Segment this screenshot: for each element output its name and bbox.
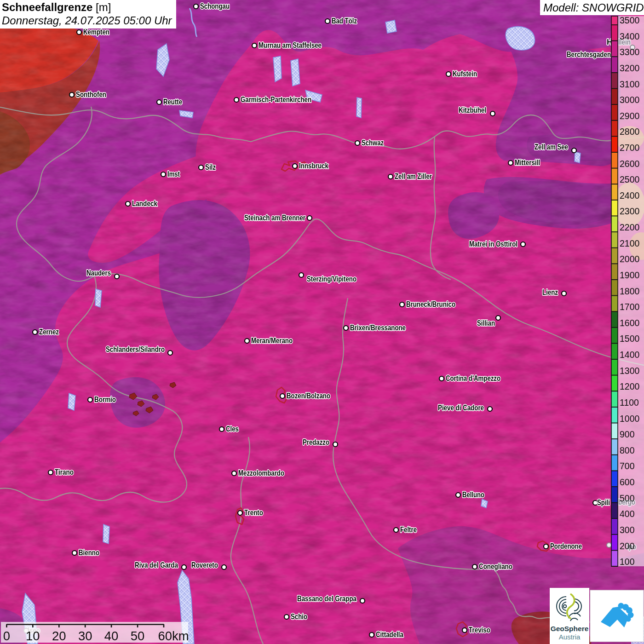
svg-text:1000: 1000 <box>620 414 640 424</box>
svg-text:Zell am See: Zell am See <box>535 143 568 151</box>
svg-text:Pordenone: Pordenone <box>550 542 582 551</box>
svg-text:Sillian: Sillian <box>477 319 495 328</box>
svg-text:Predazzo: Predazzo <box>303 438 329 447</box>
svg-text:800: 800 <box>620 445 635 455</box>
svg-text:Belluno: Belluno <box>462 490 484 499</box>
svg-text:1100: 1100 <box>620 397 639 408</box>
svg-text:Cortina d'Ampezzo: Cortina d'Ampezzo <box>446 374 500 383</box>
svg-text:Reutte: Reutte <box>163 98 182 106</box>
svg-text:Spili: Spili <box>597 498 610 507</box>
svg-text:Austria: Austria <box>559 633 581 641</box>
svg-text:1700: 1700 <box>620 302 640 312</box>
svg-text:Silz: Silz <box>205 163 216 172</box>
svg-text:Feltre: Feltre <box>400 525 417 534</box>
svg-text:Tirano: Tirano <box>55 468 74 477</box>
svg-text:2200: 2200 <box>620 222 640 232</box>
svg-text:Lienz: Lienz <box>542 288 558 297</box>
svg-text:2400: 2400 <box>620 190 640 201</box>
svg-text:Schwaz: Schwaz <box>362 138 384 147</box>
svg-text:900: 900 <box>620 429 635 439</box>
svg-text:Sonthofen: Sonthofen <box>76 90 106 99</box>
svg-text:3500: 3500 <box>620 15 640 25</box>
svg-text:Steinach am Brenner: Steinach am Brenner <box>244 213 305 222</box>
svg-text:3400: 3400 <box>620 31 640 41</box>
svg-text:200: 200 <box>620 541 635 551</box>
svg-text:400: 400 <box>620 509 635 519</box>
svg-text:Bruneck/Brunico: Bruneck/Brunico <box>406 300 455 309</box>
svg-text:Sterzing/Vipiteno: Sterzing/Vipiteno <box>307 275 356 283</box>
svg-text:1600: 1600 <box>620 318 640 328</box>
svg-text:Kufstein: Kufstein <box>453 69 477 78</box>
svg-text:Landeck: Landeck <box>132 199 157 208</box>
svg-text:2700: 2700 <box>620 143 640 153</box>
svg-text:3000: 3000 <box>620 95 640 105</box>
svg-text:3100: 3100 <box>620 79 640 89</box>
svg-text:2900: 2900 <box>620 111 640 121</box>
svg-text:Bienno: Bienno <box>79 548 99 557</box>
svg-text:Trento: Trento <box>244 508 263 517</box>
svg-text:Bormio: Bormio <box>94 395 116 404</box>
svg-text:Mezzolombardo: Mezzolombardo <box>238 469 284 477</box>
svg-text:Cittadella: Cittadella <box>376 630 403 639</box>
svg-text:Kempten: Kempten <box>83 28 109 36</box>
svg-text:1200: 1200 <box>620 381 640 391</box>
svg-text:Innsbruck: Innsbruck <box>299 161 328 170</box>
svg-text:Schongau: Schongau <box>200 2 230 11</box>
svg-text:Matrei in Osttirol: Matrei in Osttirol <box>469 240 518 248</box>
svg-text:700: 700 <box>620 461 635 471</box>
svg-text:Schneefallgrenze [m]: Schneefallgrenze [m] <box>2 1 111 13</box>
svg-text:Mittersill: Mittersill <box>515 158 540 167</box>
svg-text:10: 10 <box>26 629 40 643</box>
svg-text:1300: 1300 <box>620 366 640 376</box>
svg-text:30: 30 <box>78 629 92 643</box>
svg-text:Schio: Schio <box>291 612 307 621</box>
svg-text:1500: 1500 <box>620 334 640 344</box>
svg-text:Donnerstag, 24.07.2025 05:00 U: Donnerstag, 24.07.2025 05:00 Uhr <box>2 14 172 27</box>
svg-text:Pieve di Cadore: Pieve di Cadore <box>438 403 484 412</box>
svg-text:Nauders: Nauders <box>86 269 111 277</box>
svg-text:Conegliano: Conegliano <box>479 562 512 571</box>
svg-text:Rovereto: Rovereto <box>191 561 218 569</box>
svg-text:1400: 1400 <box>620 350 640 360</box>
svg-text:GeoSphere: GeoSphere <box>551 625 589 632</box>
svg-text:Meran/Merano: Meran/Merano <box>251 336 293 345</box>
svg-text:40: 40 <box>104 629 119 643</box>
svg-text:Bassano del Grappa: Bassano del Grappa <box>297 594 356 603</box>
svg-text:Murnau am Staffelsee: Murnau am Staffelsee <box>259 41 322 50</box>
svg-text:Bad Tölz: Bad Tölz <box>332 17 357 25</box>
svg-text:500: 500 <box>620 493 635 503</box>
svg-text:60km: 60km <box>158 629 189 643</box>
svg-text:Riva del Garda: Riva del Garda <box>135 561 178 569</box>
svg-text:Modell: SNOWGRID: Modell: SNOWGRID <box>543 1 644 14</box>
svg-text:Brixen/Bressanone: Brixen/Bressanone <box>350 323 406 332</box>
svg-text:2800: 2800 <box>620 126 640 137</box>
svg-text:Garmisch-Partenkirchen: Garmisch-Partenkirchen <box>241 95 311 104</box>
svg-text:3300: 3300 <box>620 47 640 57</box>
svg-text:Kitzbühel: Kitzbühel <box>459 106 486 115</box>
svg-text:1800: 1800 <box>620 286 640 296</box>
svg-text:Imst: Imst <box>167 170 180 178</box>
svg-text:50: 50 <box>131 629 145 643</box>
svg-text:Bozen/Bolzano: Bozen/Bolzano <box>287 391 330 400</box>
svg-text:1900: 1900 <box>620 270 640 280</box>
svg-text:2500: 2500 <box>620 174 640 184</box>
svg-text:Schlanders/Silandro: Schlanders/Silandro <box>106 345 165 354</box>
svg-text:2100: 2100 <box>620 238 640 248</box>
svg-text:Berchtesgaden: Berchtesgaden <box>567 50 611 59</box>
svg-text:Treviso: Treviso <box>469 626 490 634</box>
svg-text:2600: 2600 <box>620 159 640 169</box>
svg-text:Zell am Ziller: Zell am Ziller <box>395 172 432 181</box>
svg-text:100: 100 <box>620 557 635 567</box>
svg-text:300: 300 <box>620 525 635 535</box>
svg-text:2300: 2300 <box>620 206 640 216</box>
svg-text:3200: 3200 <box>620 63 640 73</box>
svg-text:600: 600 <box>620 477 635 487</box>
svg-text:Zernez: Zernez <box>39 328 59 336</box>
svg-text:0: 0 <box>3 629 10 643</box>
svg-text:20: 20 <box>52 629 66 643</box>
svg-text:Cles: Cles <box>226 425 239 433</box>
svg-text:2000: 2000 <box>620 254 640 264</box>
